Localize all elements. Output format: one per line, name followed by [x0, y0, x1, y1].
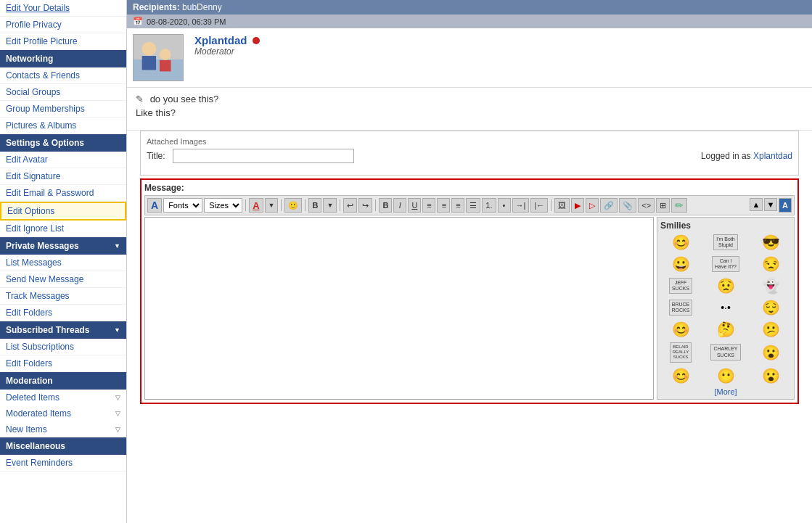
- smiley-4[interactable]: 😀: [660, 255, 701, 273]
- sidebar-item-edit-options[interactable]: Edit Options: [0, 202, 126, 221]
- smiley-charley-badge[interactable]: CHARLEYSUCKS: [705, 342, 746, 363]
- smiley-6[interactable]: 😒: [750, 255, 791, 273]
- media-btn[interactable]: 📎: [619, 198, 636, 213]
- table-btn[interactable]: ⊞: [656, 198, 670, 213]
- post-date: 08-08-2020, 06:39 PM: [147, 17, 226, 26]
- smilies-more-link[interactable]: [More]: [660, 387, 791, 396]
- sidebar-item-group-memberships[interactable]: Group Memberships: [0, 101, 126, 118]
- sidebar-item-edit-ignore-list[interactable]: Edit Ignore List: [0, 221, 126, 237]
- align-center-btn[interactable]: ≡: [437, 198, 450, 213]
- sidebar-item-deleted-items[interactable]: Deleted Items ▽: [0, 390, 126, 405]
- underline-format-btn[interactable]: U: [408, 198, 421, 213]
- sidebar-item-edit-folders-pm[interactable]: Edit Folders: [0, 305, 126, 321]
- indent-btn[interactable]: →|: [512, 198, 530, 213]
- title-input[interactable]: [173, 149, 354, 163]
- subscribed-threads-label: Subscribed Threads: [6, 325, 89, 335]
- sidebar-item-track-messages[interactable]: Track Messages: [0, 288, 126, 305]
- deleted-items-dropdown[interactable]: ▽: [115, 394, 120, 401]
- smiley-canihave-badge[interactable]: Can IHave It??: [705, 255, 746, 273]
- new-items-dropdown[interactable]: ▽: [115, 426, 120, 433]
- ol-btn[interactable]: 1.: [482, 198, 496, 213]
- smiley-21[interactable]: 😮: [750, 367, 791, 384]
- subscribed-threads-arrow: ▼: [114, 326, 120, 334]
- sidebar-item-moderated-items[interactable]: Moderated Items ▽: [0, 405, 126, 421]
- calendar-icon: 📅: [133, 17, 143, 26]
- recipients-bar: Recipients: bubDenny: [127, 0, 812, 15]
- username-row: Xplantdad: [194, 34, 806, 46]
- redo-btn[interactable]: ↪: [358, 198, 372, 213]
- italic-format-btn[interactable]: I: [393, 198, 406, 213]
- smiley-3[interactable]: 😎: [750, 234, 791, 251]
- smiley-jeff-badge[interactable]: JEFFSUCKS: [660, 277, 701, 295]
- smiley-9[interactable]: 👻: [750, 277, 791, 295]
- align-justify-btn[interactable]: ☰: [466, 198, 480, 213]
- fonts-select[interactable]: Fonts: [163, 198, 202, 213]
- sidebar-header-private-messages: Private Messages ▼: [0, 237, 126, 255]
- smiley-15[interactable]: 😕: [750, 321, 791, 338]
- eraser-btn[interactable]: ✏: [671, 198, 687, 213]
- smiley-18[interactable]: 😮: [750, 342, 791, 363]
- toolbar-sep-6: [551, 199, 551, 211]
- sidebar-item-send-new-message[interactable]: Send New Message: [0, 271, 126, 288]
- sidebar-item-pictures-albums[interactable]: Pictures & Albums: [0, 118, 126, 134]
- smiley-20[interactable]: 😶: [705, 367, 746, 384]
- undo-btn[interactable]: ↩: [343, 198, 357, 213]
- smiley-19[interactable]: 😊: [660, 367, 701, 384]
- username-link[interactable]: Xplantdad: [194, 34, 247, 46]
- expand-down-btn[interactable]: ▼: [764, 198, 777, 211]
- sidebar-item-new-items[interactable]: New Items ▽: [0, 421, 126, 437]
- align-right-btn[interactable]: ≡: [451, 198, 464, 213]
- sidebar-item-edit-signature[interactable]: Edit Signature: [0, 168, 126, 185]
- edit-pencil-icon: ✎: [136, 94, 144, 104]
- video-btn[interactable]: ▶: [571, 198, 584, 213]
- bold-arrow[interactable]: ▼: [323, 198, 337, 213]
- sidebar-item-edit-your-details[interactable]: Edit Your Details: [0, 0, 126, 17]
- smiley-13[interactable]: 😊: [660, 321, 701, 338]
- user-post: Xplantdad Moderator: [127, 28, 812, 88]
- sidebar-item-edit-folders-sub[interactable]: Edit Folders: [0, 355, 126, 372]
- attached-images-title: Attached Images: [147, 137, 792, 146]
- smiley-12[interactable]: 😌: [750, 299, 791, 316]
- moderated-items-dropdown[interactable]: ▽: [115, 410, 120, 417]
- code-btn[interactable]: <>: [638, 198, 655, 213]
- sidebar-item-list-messages[interactable]: List Messages: [0, 255, 126, 271]
- outdent-btn[interactable]: |←: [530, 198, 548, 213]
- sidebar-item-edit-profile-picture[interactable]: Edit Profile Picture: [0, 33, 126, 50]
- smiley-1[interactable]: 😊: [660, 234, 701, 251]
- title-field-label: Title:: [147, 151, 168, 161]
- sidebar-item-event-reminders[interactable]: Event Reminders: [0, 455, 126, 471]
- sidebar-header-miscellaneous: Miscellaneous: [0, 437, 126, 455]
- editor-toolbar: A Fonts Sizes A ▼ 🙂 B: [144, 195, 795, 215]
- smiley-stupid-badge[interactable]: I'm BothStupid: [705, 234, 746, 251]
- img-btn[interactable]: 🖼: [554, 198, 570, 213]
- expand-up-btn[interactable]: ▲: [750, 198, 763, 211]
- logged-in-user-link[interactable]: Xplantdad: [753, 151, 792, 161]
- sidebar-item-edit-email-password[interactable]: Edit Email & Password: [0, 185, 126, 202]
- message-textarea[interactable]: [144, 217, 654, 400]
- smiley-bruce-badge[interactable]: BRUCEROCKS: [660, 299, 701, 316]
- sidebar-item-list-subscriptions[interactable]: List Subscriptions: [0, 339, 126, 355]
- ul-btn[interactable]: •: [498, 198, 511, 213]
- sidebar-item-edit-avatar[interactable]: Edit Avatar: [0, 152, 126, 168]
- sidebar-item-contacts-friends[interactable]: Contacts & Friends: [0, 67, 126, 84]
- fullscreen-btn[interactable]: A: [779, 198, 792, 213]
- align-left-btn[interactable]: ≡: [422, 198, 435, 213]
- smiley-11[interactable]: •·•: [705, 299, 746, 316]
- smiley-8[interactable]: 😟: [705, 277, 746, 295]
- bold-btn[interactable]: B: [308, 198, 321, 213]
- bold-format-btn[interactable]: B: [379, 198, 392, 213]
- smiley-belair-badge[interactable]: BELAIRREALLYSUCKS: [660, 342, 701, 363]
- user-role: Moderator: [194, 46, 806, 57]
- youtube-btn[interactable]: ▷: [586, 198, 599, 213]
- font-color-arrow[interactable]: ▼: [265, 198, 279, 213]
- sidebar-item-profile-privacy[interactable]: Profile Privacy: [0, 17, 126, 33]
- sizes-select[interactable]: Sizes: [204, 198, 242, 213]
- font-color-btn[interactable]: A: [249, 198, 263, 213]
- smiley-btn[interactable]: 🙂: [284, 198, 302, 213]
- font-icon-btn[interactable]: A: [147, 198, 162, 213]
- toolbar-sep-5: [375, 199, 376, 211]
- title-row: Title: Logged in as Xplantdad: [147, 149, 792, 163]
- link-btn[interactable]: 🔗: [600, 198, 618, 213]
- sidebar-item-social-groups[interactable]: Social Groups: [0, 84, 126, 101]
- smiley-14[interactable]: 🤔: [705, 321, 746, 338]
